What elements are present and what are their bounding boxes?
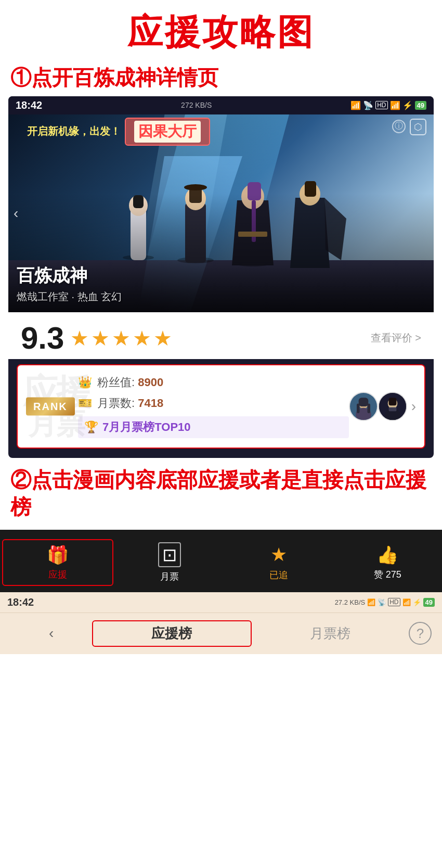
star-4: ★ bbox=[133, 326, 151, 350]
star-5-half: ★ bbox=[153, 326, 172, 350]
rating-number: 9.3 bbox=[21, 323, 64, 354]
battery-display: 49 bbox=[415, 101, 426, 110]
nav-yingyan-tab[interactable]: 应援榜 bbox=[92, 620, 251, 647]
signal3-icon: 📶 bbox=[367, 598, 375, 606]
time-display: 18:42 bbox=[16, 99, 42, 111]
status-bar-top: 18:42 272 KB/S 📶 📡 HD 📶 ⚡ 49 bbox=[8, 96, 434, 114]
monthly-row: 🎫 月票数: 7418 bbox=[78, 395, 349, 411]
svg-rect-32 bbox=[388, 407, 396, 411]
yuepiao-icon: ⊡ bbox=[158, 542, 181, 567]
rating-section: 9.3 ★ ★ ★ ★ ★ 查看评价 > bbox=[8, 312, 434, 359]
step1-heading-section: ①点开百炼成神详情页 bbox=[0, 56, 442, 96]
question-mark: ? bbox=[417, 626, 424, 642]
signal-icon: 📶 bbox=[350, 100, 361, 110]
thumbsup-icon: 👍 bbox=[376, 544, 398, 565]
top10-row: 🏆 7月月票榜TOP10 bbox=[78, 416, 349, 438]
nav-help-button[interactable]: ? bbox=[409, 622, 432, 645]
page-title-section: 应援攻略图 bbox=[0, 0, 442, 56]
action-yuepiao[interactable]: ⊡ 月票 bbox=[115, 538, 225, 587]
phone-screenshot: 18:42 272 KB/S 📶 📡 HD 📶 ⚡ 49 开启新机缘，出发！ 因… bbox=[8, 96, 434, 458]
step2-heading: ②点击漫画内容底部应援或者是直接点击应援榜 bbox=[10, 466, 432, 520]
fans-row: 👑 粉丝值: 8900 bbox=[78, 375, 349, 390]
nav-arrow-left[interactable]: ‹ bbox=[14, 205, 18, 222]
monthly-value: 7418 bbox=[138, 397, 163, 410]
bottom-status-icons: 27.2 KB/S 📶 📡 HD 📶 ⚡ 49 bbox=[335, 598, 435, 607]
yuepiao-label: 月票 bbox=[160, 570, 179, 583]
step2-heading-section: ②点击漫画内容底部应援或者是直接点击应援榜 bbox=[0, 458, 442, 530]
stars-row: ★ ★ ★ ★ ★ bbox=[70, 326, 172, 350]
rank-card[interactable]: 应援 月票 RANK 👑 粉丝值: 8900 🎫 月票数: 7418 🏆 7月月… bbox=[17, 364, 425, 449]
action-bar: 🎁 应援 ⊡ 月票 ★ 已追 👍 赞 275 bbox=[0, 530, 442, 592]
wifi2-icon: 📡 bbox=[378, 598, 386, 606]
hd-icon: HD bbox=[375, 101, 387, 109]
info-icon[interactable]: ⓘ bbox=[392, 120, 406, 133]
bottom-status-bar: 18:42 27.2 KB/S 📶 📡 HD 📶 ⚡ 49 bbox=[0, 592, 442, 612]
review-link[interactable]: 查看评价 > bbox=[371, 331, 421, 345]
monthly-label: 月票数: 7418 bbox=[97, 395, 163, 411]
action-yizhui[interactable]: ★ 已追 bbox=[224, 540, 333, 585]
star-2: ★ bbox=[91, 326, 110, 350]
bottom-nav-bar: ‹ 应援榜 月票榜 ? bbox=[0, 612, 442, 654]
action-section: 🎁 应援 ⊡ 月票 ★ 已追 👍 赞 275 18:42 27.2 KB/S 📶… bbox=[0, 530, 442, 654]
banner-left-text: 开启新机缘，出发！ bbox=[27, 124, 121, 138]
signal4-icon: 📶 bbox=[402, 598, 411, 606]
svg-rect-25 bbox=[358, 398, 368, 406]
star-icon: ★ bbox=[270, 544, 287, 566]
banner-bottom-text: 百炼成神 燃哉工作室 · 热血 玄幻 bbox=[17, 264, 122, 304]
share-icon[interactable]: ⬡ bbox=[410, 119, 426, 135]
yizhui-label: 已追 bbox=[269, 569, 288, 581]
rating-left: 9.3 ★ ★ ★ ★ ★ bbox=[21, 323, 172, 354]
lightning2-icon: ⚡ bbox=[413, 598, 421, 606]
hd2-icon: HD bbox=[388, 598, 400, 606]
zan-label: 赞 275 bbox=[374, 568, 401, 581]
page-title: 应援攻略图 bbox=[10, 12, 432, 52]
bottom-time: 18:42 bbox=[7, 596, 34, 608]
action-zan[interactable]: 👍 赞 275 bbox=[333, 540, 443, 585]
gift-icon: 🎁 bbox=[47, 544, 69, 565]
banner-label-box: 因果大厅 bbox=[125, 118, 210, 146]
lightning-icon: ⚡ bbox=[402, 100, 413, 110]
nav-back-button[interactable]: ‹ bbox=[10, 622, 92, 645]
svg-rect-31 bbox=[388, 398, 396, 405]
star-1: ★ bbox=[70, 326, 89, 350]
yingyan-label: 应援 bbox=[48, 568, 67, 581]
rank-arrow[interactable]: › bbox=[411, 398, 416, 415]
kb-indicator: 27.2 KB/S bbox=[335, 598, 366, 606]
banner-area: 开启新机缘，出发！ 因果大厅 ⓘ ⬡ ‹ bbox=[8, 114, 434, 312]
avatar-1 bbox=[349, 392, 378, 421]
svg-rect-27 bbox=[367, 403, 370, 413]
star-3: ★ bbox=[112, 326, 131, 350]
action-yingyan[interactable]: 🎁 应援 bbox=[2, 539, 113, 586]
banner-top-label: 开启新机缘，出发！ 因果大厅 bbox=[8, 114, 434, 149]
network-speed: 272 KB/S bbox=[181, 101, 212, 109]
fans-value: 8900 bbox=[138, 376, 163, 389]
wifi-icon: 📡 bbox=[363, 100, 373, 110]
fans-label: 粉丝值: 8900 bbox=[97, 375, 163, 390]
status-icons: 📶 📡 HD 📶 ⚡ 49 bbox=[350, 100, 426, 110]
banner-subtitle: 燃哉工作室 · 热血 玄幻 bbox=[17, 290, 122, 304]
rank-badge: RANK bbox=[26, 397, 75, 415]
banner-title: 百炼成神 bbox=[17, 264, 122, 288]
svg-rect-26 bbox=[357, 403, 360, 413]
yuepiao-tab-label: 月票榜 bbox=[310, 626, 350, 641]
yingyan-tab-label: 应援榜 bbox=[151, 626, 192, 641]
nav-yuepiao-tab[interactable]: 月票榜 bbox=[252, 621, 409, 646]
step1-heading: ①点开百炼成神详情页 bbox=[10, 64, 432, 91]
avatar-2 bbox=[378, 392, 407, 421]
rank-avatars: › bbox=[349, 392, 416, 421]
banner-box-text: 因果大厅 bbox=[134, 121, 201, 143]
signal2-icon: 📶 bbox=[390, 100, 400, 110]
top10-label: 7月月票榜TOP10 bbox=[102, 419, 191, 435]
bottom-battery: 49 bbox=[423, 598, 435, 607]
